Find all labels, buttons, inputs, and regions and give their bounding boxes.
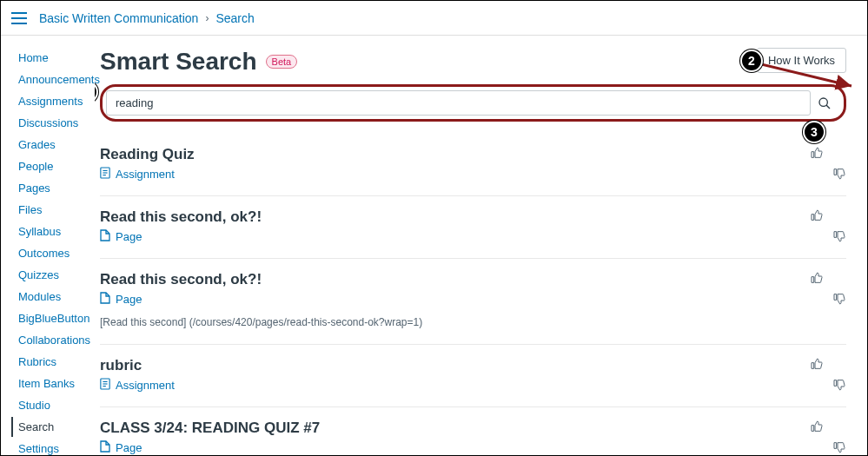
sidebar-item-bigbluebutton[interactable]: BigBlueButton	[18, 308, 95, 328]
sidebar-item-item-banks[interactable]: Item Banks	[18, 373, 95, 393]
thumbs-up-icon[interactable]	[810, 357, 824, 371]
sidebar-item-files[interactable]: Files	[18, 200, 95, 220]
assignment-icon	[100, 167, 110, 179]
results-list: Reading QuizAssignmentRead this second, …	[100, 134, 846, 455]
result-type-label: Assignment	[116, 168, 175, 181]
search-result: Read this second, ok?!Page	[100, 196, 846, 259]
thumbs-down-icon[interactable]	[832, 271, 846, 285]
result-type-label: Page	[116, 441, 142, 454]
result-meta: Assignment	[100, 378, 175, 393]
assignment-icon	[100, 378, 110, 390]
sidebar-item-settings[interactable]: Settings	[18, 439, 95, 456]
page-icon	[100, 440, 110, 453]
result-type-label: Page	[116, 230, 142, 243]
sidebar-item-people[interactable]: People	[18, 156, 95, 176]
sidebar-item-quizzes[interactable]: Quizzes	[18, 265, 95, 285]
thumbs-down-icon[interactable]	[832, 357, 846, 371]
search-result: Read this second, ok?!Page[Read this sec…	[100, 259, 846, 345]
search-result: rubricAssignment	[100, 345, 846, 407]
result-title-link[interactable]: CLASS 3/24: READING QUIZ #7	[100, 420, 320, 436]
search-result: CLASS 3/24: READING QUIZ #7PageAttached …	[100, 407, 846, 455]
result-type-label: Page	[116, 293, 142, 306]
page-icon	[100, 229, 110, 241]
page-title: Smart Search	[100, 48, 257, 76]
sidebar-item-announcements[interactable]: Announcements	[18, 69, 95, 89]
breadcrumb: Basic Written Communication › Search	[39, 11, 255, 25]
svg-point-1	[819, 98, 827, 106]
sidebar-item-rubrics[interactable]: Rubrics	[18, 352, 95, 372]
result-title-link[interactable]: rubric	[100, 357, 142, 373]
breadcrumb-course[interactable]: Basic Written Communication	[39, 11, 198, 25]
sidebar-item-syllabus[interactable]: Syllabus	[18, 221, 95, 241]
main-content: Smart Search Beta How It Works 1 2 3	[95, 36, 867, 455]
sidebar-item-discussions[interactable]: Discussions	[18, 113, 95, 133]
result-title-link[interactable]: Reading Quiz	[100, 146, 195, 162]
sidebar-item-modules[interactable]: Modules	[18, 287, 95, 307]
result-type-label: Assignment	[116, 379, 175, 392]
search-button[interactable]	[812, 91, 837, 116]
thumbs-down-icon[interactable]	[832, 420, 846, 433]
search-input[interactable]	[106, 90, 811, 116]
thumbs-down-icon[interactable]	[832, 146, 846, 160]
result-meta: Page	[100, 292, 262, 307]
beta-badge: Beta	[266, 55, 298, 69]
thumbs-up-icon[interactable]	[810, 208, 824, 222]
result-snippet: [Read this second] (/courses/420/pages/r…	[100, 315, 846, 330]
result-title-link[interactable]: Read this second, ok?!	[100, 271, 262, 287]
page-icon	[100, 292, 110, 304]
search-icon	[818, 96, 832, 110]
breadcrumb-page: Search	[215, 11, 254, 25]
thumbs-up-icon[interactable]	[810, 420, 824, 433]
sidebar-item-assignments[interactable]: Assignments	[18, 91, 95, 111]
sidebar-item-search[interactable]: Search	[11, 417, 95, 437]
how-it-works-button[interactable]: How It Works	[757, 48, 846, 73]
result-meta: Assignment	[100, 167, 195, 182]
sidebar-item-grades[interactable]: Grades	[18, 135, 95, 155]
search-result: Reading QuizAssignment	[100, 134, 846, 196]
annotation-1: 1	[95, 81, 98, 103]
sidebar-item-collaborations[interactable]: Collaborations	[18, 330, 95, 350]
result-title-link[interactable]: Read this second, ok?!	[100, 208, 262, 225]
menu-toggle-icon[interactable]	[11, 12, 27, 24]
sidebar-item-studio[interactable]: Studio	[18, 395, 95, 415]
sidebar-item-pages[interactable]: Pages	[18, 178, 95, 198]
sidebar-item-outcomes[interactable]: Outcomes	[18, 243, 95, 263]
course-nav: HomeAnnouncementsAssignmentsDiscussionsG…	[1, 36, 95, 455]
sidebar-item-home[interactable]: Home	[18, 48, 95, 68]
thumbs-up-icon[interactable]	[810, 146, 824, 160]
thumbs-down-icon[interactable]	[832, 208, 846, 222]
search-container	[100, 84, 846, 122]
svg-line-2	[826, 105, 830, 109]
result-meta: Page	[100, 229, 262, 244]
breadcrumb-sep: ›	[205, 12, 209, 24]
result-meta: Page	[100, 440, 320, 455]
thumbs-up-icon[interactable]	[810, 271, 824, 285]
